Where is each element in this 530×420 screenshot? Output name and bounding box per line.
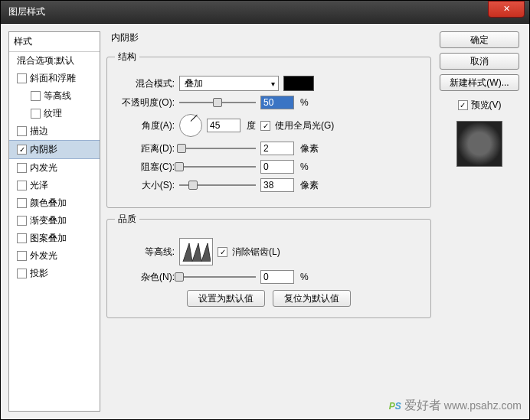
contour-icon	[182, 239, 211, 263]
sidebar-item-inner-shadow[interactable]: ✓内阴影	[9, 140, 100, 159]
sidebar-item-satin[interactable]: 光泽	[9, 177, 100, 194]
sidebar-header[interactable]: 样式	[9, 32, 100, 52]
distance-unit: 像素	[300, 142, 319, 155]
quality-legend: 品质	[115, 213, 139, 226]
checkbox-icon[interactable]	[17, 269, 27, 278]
preview-checkbox[interactable]: ✓	[458, 100, 468, 110]
structure-legend: 结构	[115, 50, 139, 63]
preview-label: 预览(V)	[471, 99, 502, 112]
preview-thumbnail	[456, 121, 502, 167]
checkbox-icon[interactable]	[31, 109, 41, 119]
sidebar-item-pattern-overlay[interactable]: 图案叠加	[9, 230, 100, 247]
close-button[interactable]: ✕	[488, 1, 525, 18]
opacity-input[interactable]: 50	[260, 96, 294, 109]
quality-group: 品质 等高线: ✓ 消除锯齿(L) 杂色(N): 0 % 设置为默认值	[106, 213, 431, 318]
layer-style-dialog: 图层样式 ✕ 样式 混合选项:默认 斜面和浮雕 等高线 纹理 描边 ✓内阴影 内…	[0, 0, 530, 420]
angle-dial[interactable]	[179, 114, 202, 137]
watermark: PS 爱好者 www.psahz.com	[389, 390, 522, 415]
sidebar-item-gradient-overlay[interactable]: 渐变叠加	[9, 212, 100, 230]
window-title: 图层样式	[8, 5, 45, 18]
distance-slider[interactable]	[179, 143, 256, 154]
sidebar-item-drop-shadow[interactable]: 投影	[9, 265, 100, 282]
noise-slider[interactable]	[179, 272, 256, 282]
structure-group: 结构 混合模式: 叠加 不透明度(O): 50 % 角度(A): 45 度	[106, 50, 431, 208]
settings-panel: 内阴影 结构 混合模式: 叠加 不透明度(O): 50 % 角度(A):	[106, 31, 431, 412]
checkbox-icon[interactable]	[17, 198, 27, 208]
antialias-label: 消除锯齿(L)	[232, 246, 280, 259]
distance-label: 距离(D):	[115, 142, 175, 155]
opacity-label: 不透明度(O):	[115, 96, 175, 109]
noise-input[interactable]: 0	[260, 270, 294, 284]
checkbox-icon[interactable]	[17, 251, 27, 261]
global-light-checkbox[interactable]: ✓	[260, 121, 270, 131]
checkbox-icon[interactable]	[17, 126, 27, 136]
panel-title: 内阴影	[111, 31, 431, 44]
angle-unit: 度	[247, 119, 256, 132]
size-slider[interactable]	[179, 180, 256, 190]
global-light-label: 使用全局光(G)	[275, 119, 334, 132]
checkbox-icon[interactable]: ✓	[17, 145, 27, 155]
angle-input[interactable]: 45	[207, 119, 240, 132]
shadow-color-swatch[interactable]	[283, 76, 314, 91]
choke-label: 阻塞(C):	[115, 161, 175, 174]
blend-mode-label: 混合模式:	[115, 77, 175, 90]
sidebar-blend-options[interactable]: 混合选项:默认	[9, 52, 100, 70]
size-input[interactable]: 38	[260, 178, 294, 192]
sidebar-item-stroke[interactable]: 描边	[9, 122, 100, 140]
checkbox-icon[interactable]	[17, 163, 27, 173]
checkbox-icon[interactable]	[17, 73, 27, 83]
checkbox-icon[interactable]	[31, 91, 41, 101]
contour-picker[interactable]	[179, 238, 213, 265]
reset-default-button[interactable]: 复位为默认值	[273, 290, 351, 307]
choke-input[interactable]: 0	[260, 160, 294, 174]
noise-unit: %	[300, 272, 309, 282]
distance-input[interactable]: 2	[260, 142, 294, 155]
dialog-buttons: 确定 取消 新建样式(W)... ✓ 预览(V)	[437, 31, 522, 412]
set-default-button[interactable]: 设置为默认值	[187, 290, 265, 307]
sidebar-item-color-overlay[interactable]: 颜色叠加	[9, 194, 100, 212]
titlebar: 图层样式 ✕	[1, 1, 529, 24]
cancel-button[interactable]: 取消	[440, 53, 519, 70]
sidebar-item-contour[interactable]: 等高线	[9, 87, 100, 105]
size-label: 大小(S):	[115, 179, 175, 192]
contour-label: 等高线:	[115, 246, 175, 259]
sidebar-item-texture[interactable]: 纹理	[9, 105, 100, 122]
antialias-checkbox[interactable]: ✓	[218, 247, 227, 257]
sidebar-item-outer-glow[interactable]: 外发光	[9, 247, 100, 265]
new-style-button[interactable]: 新建样式(W)...	[440, 74, 519, 91]
checkbox-icon[interactable]	[17, 181, 27, 190]
opacity-unit: %	[300, 97, 309, 108]
angle-label: 角度(A):	[115, 119, 175, 132]
checkbox-icon[interactable]	[17, 216, 27, 226]
sidebar-item-bevel[interactable]: 斜面和浮雕	[9, 70, 100, 87]
sidebar-item-inner-glow[interactable]: 内发光	[9, 159, 100, 177]
size-unit: 像素	[300, 179, 319, 192]
choke-unit: %	[300, 161, 309, 172]
ok-button[interactable]: 确定	[440, 31, 519, 48]
checkbox-icon[interactable]	[17, 233, 27, 243]
choke-slider[interactable]	[179, 161, 256, 172]
opacity-slider[interactable]	[179, 97, 256, 108]
blend-mode-select[interactable]: 叠加	[179, 76, 279, 91]
noise-label: 杂色(N):	[115, 271, 175, 284]
styles-sidebar: 样式 混合选项:默认 斜面和浮雕 等高线 纹理 描边 ✓内阴影 内发光 光泽 颜…	[8, 31, 100, 412]
